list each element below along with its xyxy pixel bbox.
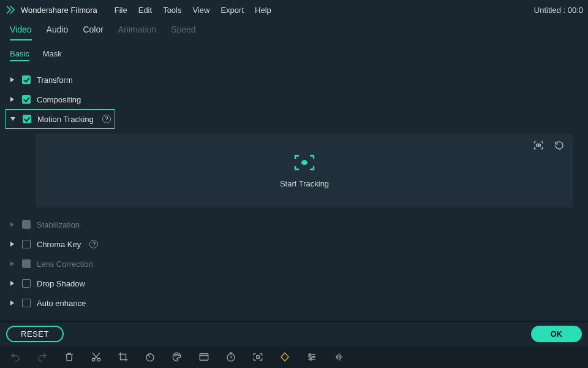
checkbox-transform[interactable] <box>22 75 31 84</box>
checkbox-lens-correction[interactable] <box>22 259 31 268</box>
svg-point-11 <box>92 358 95 361</box>
svg-rect-19 <box>257 356 260 359</box>
section-label: Chroma Key <box>37 240 81 249</box>
menu-edit[interactable]: Edit <box>138 6 152 15</box>
tab-audio[interactable]: Audio <box>47 25 69 40</box>
svg-point-4 <box>538 145 539 146</box>
section-label: Motion Tracking <box>37 115 94 124</box>
menu-view[interactable]: View <box>192 6 209 15</box>
mosaic-preview-icon[interactable] <box>533 140 544 151</box>
section-transform[interactable]: Transform <box>5 70 583 90</box>
checkbox-auto-enhance[interactable] <box>22 299 31 307</box>
svg-marker-9 <box>10 281 14 286</box>
menu-export[interactable]: Export <box>221 6 244 15</box>
svg-marker-2 <box>10 117 15 121</box>
chevron-down-icon[interactable] <box>9 115 17 123</box>
chevron-right-icon[interactable] <box>9 76 16 83</box>
menu-tools[interactable]: Tools <box>163 6 181 15</box>
svg-point-14 <box>175 355 176 356</box>
checkbox-motion-tracking[interactable] <box>23 115 31 123</box>
chevron-right-icon[interactable] <box>9 96 16 103</box>
reset-tracking-icon[interactable] <box>554 140 565 151</box>
menu-file[interactable]: File <box>115 6 127 15</box>
section-label: Auto enhance <box>37 299 86 308</box>
svg-marker-1 <box>10 97 14 102</box>
section-stabilization[interactable]: Stabilization <box>5 215 583 234</box>
speed-icon[interactable] <box>145 351 156 362</box>
checkbox-chroma-key[interactable] <box>22 240 31 248</box>
svg-point-15 <box>176 355 178 356</box>
primary-tabs: Video Audio Color Animation Speed <box>0 20 588 40</box>
titlebar: Wondershare Filmora File Edit Tools View… <box>0 0 588 20</box>
help-icon[interactable]: ? <box>102 115 111 123</box>
start-tracking-label[interactable]: Start Tracking <box>280 179 329 188</box>
section-drop-shadow[interactable]: Drop Shadow <box>5 274 583 293</box>
section-label: Stabilization <box>37 220 80 229</box>
ok-button[interactable]: OK <box>531 326 582 342</box>
tab-color[interactable]: Color <box>83 25 103 40</box>
svg-point-20 <box>309 354 311 356</box>
motion-tracking-panel: Start Tracking <box>36 134 573 207</box>
tracking-target-icon[interactable] <box>293 153 315 172</box>
sections: Transform Compositing Motion Tracking ? <box>0 61 588 313</box>
subtab-mask[interactable]: Mask <box>43 49 62 61</box>
tab-animation: Animation <box>118 25 156 40</box>
section-label: Compositing <box>37 95 81 104</box>
action-bar: RESET OK <box>0 321 588 346</box>
section-label: Lens Correction <box>37 259 93 269</box>
checkbox-stabilization[interactable] <box>22 220 31 229</box>
section-compositing[interactable]: Compositing <box>5 90 583 109</box>
keyframe-icon[interactable] <box>279 351 290 362</box>
reset-button[interactable]: RESET <box>6 326 64 342</box>
color-icon[interactable] <box>172 351 183 362</box>
adjust-icon[interactable] <box>306 351 317 362</box>
app-logo-icon <box>5 4 16 15</box>
panel-actions <box>533 140 565 151</box>
freeze-icon[interactable] <box>252 351 263 362</box>
chevron-right-icon[interactable] <box>9 221 16 228</box>
svg-rect-17 <box>200 354 208 361</box>
section-chroma-key[interactable]: Chroma Key ? <box>5 234 583 254</box>
svg-point-12 <box>97 358 100 361</box>
tab-video[interactable]: Video <box>10 25 32 40</box>
delete-icon[interactable] <box>64 351 75 362</box>
svg-marker-10 <box>10 301 14 305</box>
svg-point-5 <box>301 160 307 165</box>
section-label: Transform <box>37 75 73 85</box>
crop-icon[interactable] <box>118 351 129 362</box>
menu-help[interactable]: Help <box>255 6 271 15</box>
cut-icon[interactable] <box>91 351 102 362</box>
main-menu: File Edit Tools View Export Help <box>115 6 271 15</box>
chevron-right-icon[interactable] <box>9 260 16 267</box>
svg-point-22 <box>310 358 312 360</box>
audio-icon[interactable] <box>333 351 344 362</box>
bottom-toolbar <box>0 346 588 368</box>
svg-marker-0 <box>10 77 14 82</box>
section-lens-correction[interactable]: Lens Correction <box>5 254 583 274</box>
section-auto-enhance[interactable]: Auto enhance <box>5 293 583 313</box>
svg-marker-6 <box>10 222 14 227</box>
green-screen-icon[interactable] <box>198 351 209 362</box>
app-title: Wondershare Filmora <box>21 6 97 15</box>
svg-point-16 <box>178 355 179 356</box>
chevron-right-icon[interactable] <box>9 240 16 248</box>
svg-marker-8 <box>10 261 14 266</box>
checkbox-compositing[interactable] <box>22 95 31 104</box>
duration-icon[interactable] <box>225 351 236 362</box>
redo-icon[interactable] <box>37 351 48 362</box>
help-icon[interactable]: ? <box>89 240 98 248</box>
subtab-basic[interactable]: Basic <box>10 49 29 61</box>
tab-speed: Speed <box>171 25 195 40</box>
checkbox-drop-shadow[interactable] <box>22 279 31 288</box>
chevron-right-icon[interactable] <box>9 280 16 287</box>
svg-marker-7 <box>10 242 14 247</box>
svg-point-21 <box>313 356 315 358</box>
section-label: Drop Shadow <box>37 279 85 288</box>
undo-icon[interactable] <box>10 351 21 362</box>
document-title: Untitled : 00:0 <box>534 6 583 15</box>
sub-tabs: Basic Mask <box>0 40 588 61</box>
section-motion-tracking[interactable]: Motion Tracking ? <box>5 109 115 129</box>
chevron-right-icon[interactable] <box>9 299 16 307</box>
